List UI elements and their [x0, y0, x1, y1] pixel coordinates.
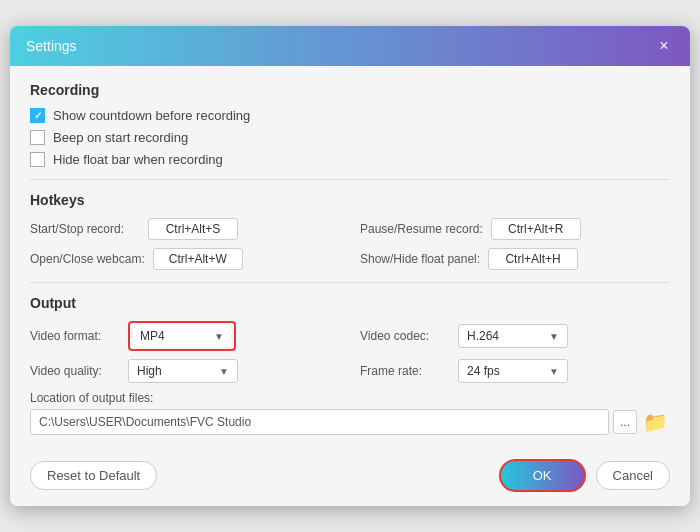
recording-title: Recording: [30, 82, 670, 98]
hotkey-label-float-panel: Show/Hide float panel:: [360, 252, 480, 266]
checkbox-row-beep: Beep on start recording: [30, 130, 670, 145]
location-input-row: C:\Users\USER\Documents\FVC Studio ... 📁: [30, 409, 670, 435]
hotkeys-grid: Start/Stop record: Ctrl+Alt+S Pause/Resu…: [30, 218, 670, 270]
frame-rate-row: Frame rate: 24 fps ▼: [360, 359, 670, 383]
hotkey-input-webcam[interactable]: Ctrl+Alt+W: [153, 248, 243, 270]
recording-section: Recording Show countdown before recordin…: [30, 82, 670, 167]
checkbox-label-floatbar: Hide float bar when recording: [53, 152, 223, 167]
folder-icon: 📁: [643, 411, 668, 433]
hotkey-row-start-stop: Start/Stop record: Ctrl+Alt+S: [30, 218, 340, 240]
location-row: Location of output files: C:\Users\USER\…: [30, 391, 670, 435]
video-codec-arrow-icon: ▼: [549, 331, 559, 342]
hotkey-row-webcam: Open/Close webcam: Ctrl+Alt+W: [30, 248, 340, 270]
checkbox-beep[interactable]: [30, 130, 45, 145]
video-quality-row: Video quality: High ▼: [30, 359, 340, 383]
video-quality-select[interactable]: High ▼: [128, 359, 238, 383]
hotkey-input-pause-resume[interactable]: Ctrl+Alt+R: [491, 218, 581, 240]
hotkey-label-webcam: Open/Close webcam:: [30, 252, 145, 266]
video-format-select[interactable]: MP4 ▼: [132, 325, 232, 347]
hotkey-row-float-panel: Show/Hide float panel: Ctrl+Alt+H: [360, 248, 670, 270]
close-button[interactable]: ×: [654, 36, 674, 56]
checkbox-row-countdown: Show countdown before recording: [30, 108, 670, 123]
cancel-button[interactable]: Cancel: [596, 461, 670, 490]
output-section: Output Video format: MP4 ▼ Video codec:: [30, 295, 670, 435]
location-dots-button[interactable]: ...: [613, 410, 637, 434]
video-format-label: Video format:: [30, 329, 120, 343]
hotkey-input-start-stop[interactable]: Ctrl+Alt+S: [148, 218, 238, 240]
frame-rate-arrow-icon: ▼: [549, 366, 559, 377]
hotkeys-section: Hotkeys Start/Stop record: Ctrl+Alt+S Pa…: [30, 192, 670, 270]
divider-1: [30, 179, 670, 180]
hotkeys-title: Hotkeys: [30, 192, 670, 208]
video-format-highlight: MP4 ▼: [128, 321, 236, 351]
video-format-arrow-icon: ▼: [214, 331, 224, 342]
hotkey-label-start-stop: Start/Stop record:: [30, 222, 140, 236]
settings-dialog: Settings × Recording Show countdown befo…: [10, 26, 690, 506]
output-grid: Video format: MP4 ▼ Video codec: H.264 ▼: [30, 321, 670, 383]
hotkey-label-pause-resume: Pause/Resume record:: [360, 222, 483, 236]
video-codec-value: H.264: [467, 329, 499, 343]
location-folder-button[interactable]: 📁: [641, 410, 670, 434]
settings-content: Recording Show countdown before recordin…: [10, 66, 690, 449]
footer-right: OK Cancel: [499, 459, 670, 492]
reset-button[interactable]: Reset to Default: [30, 461, 157, 490]
divider-2: [30, 282, 670, 283]
video-codec-row: Video codec: H.264 ▼: [360, 321, 670, 351]
checkbox-label-countdown: Show countdown before recording: [53, 108, 250, 123]
frame-rate-select[interactable]: 24 fps ▼: [458, 359, 568, 383]
video-codec-label: Video codec:: [360, 329, 450, 343]
video-format-value: MP4: [140, 329, 165, 343]
video-quality-arrow-icon: ▼: [219, 366, 229, 377]
checkbox-label-beep: Beep on start recording: [53, 130, 188, 145]
checkbox-floatbar[interactable]: [30, 152, 45, 167]
hotkey-row-pause-resume: Pause/Resume record: Ctrl+Alt+R: [360, 218, 670, 240]
location-label: Location of output files:: [30, 391, 670, 405]
hotkey-input-float-panel[interactable]: Ctrl+Alt+H: [488, 248, 578, 270]
title-bar: Settings ×: [10, 26, 690, 66]
location-input[interactable]: C:\Users\USER\Documents\FVC Studio: [30, 409, 609, 435]
output-title: Output: [30, 295, 670, 311]
video-quality-value: High: [137, 364, 162, 378]
dialog-title: Settings: [26, 38, 77, 54]
close-icon: ×: [659, 37, 668, 55]
footer: Reset to Default OK Cancel: [10, 449, 690, 506]
video-codec-select[interactable]: H.264 ▼: [458, 324, 568, 348]
video-format-row: Video format: MP4 ▼: [30, 321, 340, 351]
frame-rate-label: Frame rate:: [360, 364, 450, 378]
video-quality-label: Video quality:: [30, 364, 120, 378]
frame-rate-value: 24 fps: [467, 364, 500, 378]
checkbox-countdown[interactable]: [30, 108, 45, 123]
ok-button[interactable]: OK: [499, 459, 586, 492]
checkbox-row-floatbar: Hide float bar when recording: [30, 152, 670, 167]
